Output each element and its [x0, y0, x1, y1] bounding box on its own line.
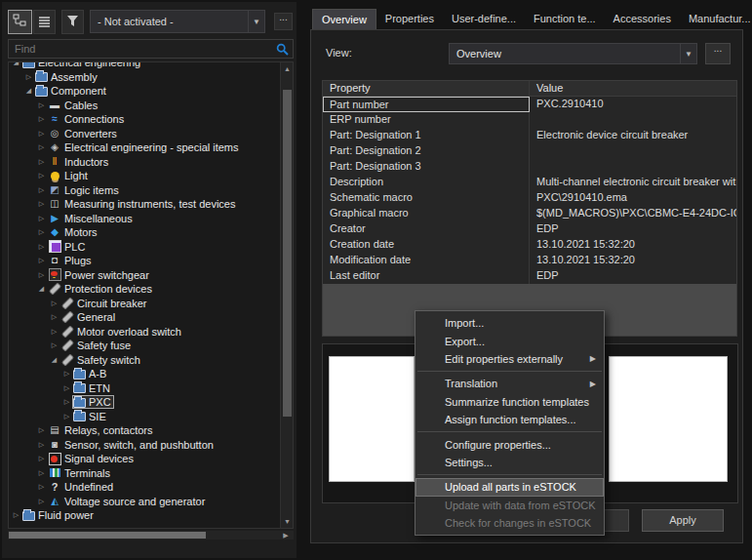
collapsed-arrow-icon[interactable]: ▷ — [36, 101, 47, 109]
value-cell[interactable]: Electronic device circuit breaker — [530, 128, 736, 143]
property-cell[interactable]: Graphical macro — [323, 206, 530, 221]
tree-item-box[interactable]: Electrical engineering — [21, 61, 143, 69]
collapsed-arrow-icon[interactable]: ▷ — [61, 413, 72, 420]
table-row-part-number[interactable]: Part numberPXC.2910410 — [323, 97, 736, 112]
tree-item-fluid-power[interactable]: ▷Fluid power — [9, 508, 280, 523]
property-cell[interactable]: Modification date — [323, 253, 530, 268]
menu-item-translation[interactable]: Translation▶ — [416, 375, 604, 392]
expanded-arrow-icon[interactable]: ◢ — [23, 87, 34, 95]
collapsed-arrow-icon[interactable]: ▷ — [36, 172, 47, 180]
tab-properties[interactable]: Properties — [376, 9, 443, 29]
collapsed-arrow-icon[interactable]: ▷ — [49, 300, 59, 307]
tree-item-inductors[interactable]: ▷Inductors — [9, 155, 280, 170]
tree-item-undefined[interactable]: ▷Undefined — [9, 480, 280, 495]
tree-item-box[interactable]: Measuring instruments, test devices — [47, 197, 238, 211]
column-header-property[interactable]: Property — [323, 81, 530, 96]
filter-more-button[interactable]: ... — [274, 13, 293, 30]
collapsed-arrow-icon[interactable]: ▷ — [36, 271, 47, 279]
tree-item-motor-overload-switch[interactable]: ▷Motor overload switch — [9, 325, 280, 340]
value-cell[interactable]: 13.10.2021 15:32:20 — [530, 253, 736, 268]
tree-item-box[interactable]: Inductors — [47, 155, 111, 169]
value-cell[interactable]: EDP — [530, 221, 736, 237]
value-cell[interactable]: PXC.2910410 — [530, 97, 736, 112]
search-icon[interactable] — [276, 43, 289, 56]
tree-item-box[interactable]: ETN — [72, 381, 113, 395]
expanded-arrow-icon[interactable]: ◢ — [36, 285, 47, 293]
tree-item-power-switchgear[interactable]: ▷Power switchgear — [9, 268, 280, 283]
tree-item-box[interactable]: Plugs — [47, 254, 95, 267]
tree-item-box[interactable]: Power switchgear — [47, 268, 152, 282]
property-cell[interactable]: Part: Designation 3 — [323, 159, 530, 175]
table-row-creation-date[interactable]: Creation date13.10.2021 15:32:20 — [323, 237, 736, 253]
tree-item-box[interactable]: PLC — [47, 240, 88, 254]
property-cell[interactable]: Part: Designation 2 — [323, 143, 530, 159]
value-cell[interactable] — [530, 143, 736, 159]
collapsed-arrow-icon[interactable]: ▷ — [36, 186, 47, 194]
tree-item-box[interactable]: Safety switch — [59, 353, 143, 367]
value-cell[interactable]: PXC\2910410.ema — [530, 190, 736, 206]
value-cell[interactable]: 13.10.2021 15:32:20 — [530, 237, 736, 253]
tab-overview[interactable]: Overview — [312, 9, 376, 29]
horizontal-scrollbar-thumb[interactable] — [9, 532, 206, 539]
value-cell[interactable] — [530, 112, 736, 128]
tree-item-connections[interactable]: ▷Connections — [9, 112, 280, 127]
collapsed-arrow-icon[interactable]: ▷ — [36, 483, 47, 491]
tree-item-box[interactable]: Terminals — [47, 466, 113, 480]
find-input[interactable] — [9, 43, 276, 55]
tree-item-box[interactable]: Fluid power — [21, 508, 97, 522]
tree-item-box[interactable]: Relays, contactors — [47, 423, 155, 437]
tree-view-button[interactable] — [8, 10, 32, 34]
tree-item-plc[interactable]: ▷PLC — [9, 240, 280, 255]
scroll-up-icon[interactable]: ▲ — [281, 62, 294, 75]
tree-item-box[interactable]: Signal devices — [47, 452, 137, 465]
tree-item-signal-devices[interactable]: ▷Signal devices — [9, 452, 280, 466]
table-row-part-designation-2[interactable]: Part: Designation 2 — [323, 143, 736, 159]
tree-item-miscellaneous[interactable]: ▷Miscellaneous — [9, 212, 280, 226]
property-cell[interactable]: Last editor — [323, 268, 530, 284]
tree-item-box[interactable]: Motors — [47, 225, 100, 239]
collapsed-arrow-icon[interactable]: ▷ — [49, 341, 59, 349]
tree-item-box[interactable]: Circuit breaker — [59, 297, 150, 310]
value-cell[interactable]: $(MD_MACROS)\PXC\CBMC-E4-24DC-IOL... — [530, 206, 736, 221]
view-dropdown[interactable]: Overview ▼ — [449, 43, 697, 64]
tree-item-box[interactable]: Undefined — [47, 480, 116, 494]
tree-item-electrical-engineering[interactable]: ◢Electrical engineering — [9, 61, 280, 70]
tab-accessories[interactable]: Accessories — [605, 9, 680, 29]
tree-item-terminals[interactable]: ▷Terminals — [9, 466, 280, 481]
tree-item-box[interactable]: Light — [47, 169, 91, 182]
list-view-button[interactable] — [33, 10, 56, 34]
expanded-arrow-icon[interactable]: ◢ — [49, 356, 59, 364]
tree-item-box[interactable]: Safety fuse — [59, 339, 134, 352]
table-row-part-designation-1[interactable]: Part: Designation 1Electronic device cir… — [323, 128, 736, 143]
collapsed-arrow-icon[interactable]: ▷ — [36, 228, 47, 236]
tree-item-box[interactable]: Component — [34, 84, 109, 98]
menu-item-export[interactable]: Export... — [416, 332, 604, 349]
apply-button[interactable]: Apply — [642, 509, 724, 532]
collapsed-arrow-icon[interactable]: ▷ — [23, 73, 34, 81]
menu-item-import[interactable]: Import... — [416, 314, 604, 332]
collapsed-arrow-icon[interactable]: ▷ — [36, 130, 47, 138]
tree-item-box[interactable]: Connections — [47, 112, 127, 126]
collapsed-arrow-icon[interactable]: ▷ — [36, 469, 47, 477]
tab-function-te[interactable]: Function te... — [525, 9, 605, 29]
filter-scheme-dropdown[interactable]: - Not activated - ▼ — [90, 10, 265, 33]
collapsed-arrow-icon[interactable]: ▷ — [49, 313, 59, 321]
tree-item-box[interactable]: Converters — [47, 127, 120, 140]
tree-item-sie[interactable]: ▷SIE — [9, 410, 280, 424]
tree-item-measuring-instruments-test-devices[interactable]: ▷Measuring instruments, test devices — [9, 197, 280, 212]
scroll-right-icon[interactable]: ▶ — [280, 531, 292, 540]
vertical-scrollbar-thumb[interactable] — [283, 90, 292, 417]
tree-item-box[interactable]: Protection devices — [47, 282, 155, 296]
collapsed-arrow-icon[interactable]: ▷ — [36, 115, 47, 123]
property-cell[interactable]: ERP number — [323, 112, 530, 128]
tree-item-box[interactable]: Miscellaneous — [47, 212, 136, 225]
collapsed-arrow-icon[interactable]: ▷ — [36, 426, 47, 434]
tree-item-box[interactable]: A-B — [72, 367, 109, 380]
menu-item-assign-function-templates[interactable]: Assign function templates... — [416, 411, 604, 428]
property-cell[interactable]: Part number — [323, 97, 530, 112]
table-row-erp-number[interactable]: ERP number — [323, 112, 736, 128]
tree-item-voltage-source-and-generator[interactable]: ▷Voltage source and generator — [9, 495, 280, 509]
menu-item-summarize-function-templates[interactable]: Summarize function templates — [416, 393, 604, 411]
tree-item-box[interactable]: Assembly — [34, 70, 100, 84]
scroll-down-icon[interactable]: ▼ — [281, 515, 294, 528]
